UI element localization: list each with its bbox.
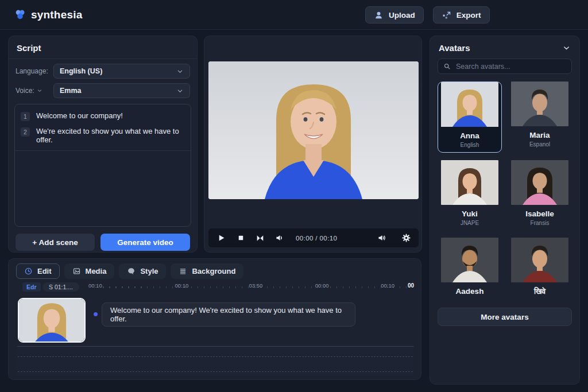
- avatar-photo: [438, 160, 502, 205]
- video-preview[interactable]: [208, 61, 419, 199]
- language-label: Language:: [16, 67, 50, 75]
- style-bubble-icon: [127, 267, 136, 275]
- voice-label: Voice:: [16, 87, 50, 95]
- line-text: We're excited to show you what we have t…: [36, 127, 185, 144]
- avatar-name: Maria: [508, 131, 572, 139]
- more-avatars-button[interactable]: More avatars: [438, 308, 572, 326]
- synthesia-logo-icon: [14, 9, 26, 21]
- stop-button[interactable]: [231, 231, 250, 246]
- tab-style[interactable]: Style: [119, 263, 166, 279]
- export-label: Export: [457, 11, 481, 20]
- avatar-name: Anna: [438, 131, 501, 140]
- export-button[interactable]: Export: [433, 6, 490, 24]
- upload-label: Upload: [389, 11, 415, 20]
- app-title: synthesia: [31, 9, 82, 21]
- timeline-ruler[interactable]: Edr S 01:1.... 00:10 00:10 03:50 00:00 0…: [16, 282, 414, 294]
- clip-marker-dot: [94, 312, 98, 316]
- script-lines: 1 Welcome to our company! 2 We're excite…: [15, 104, 191, 151]
- language-row: Language: English (US): [16, 64, 190, 79]
- script-line[interactable]: 1 Welcome to our company!: [15, 108, 191, 124]
- ruler-mark: 00:10: [381, 282, 394, 289]
- script-editor[interactable]: 1 Welcome to our company! 2 We're excite…: [14, 104, 191, 227]
- avatar-language: Fransis: [508, 220, 572, 226]
- search-icon: [443, 63, 451, 70]
- voice-label-text: Voice:: [16, 87, 34, 95]
- upload-icon: [374, 10, 384, 20]
- script-clip-block[interactable]: Welcome to our company! We're excited to…: [102, 302, 355, 327]
- avatar-search-input[interactable]: [455, 62, 566, 71]
- script-actions: + Add scene Generate video: [16, 234, 190, 251]
- tab-media[interactable]: Media: [64, 263, 115, 279]
- editor-tabs: Edit Media Style Background: [9, 259, 421, 279]
- timeline-panel: Edit Media Style Background Edr S 01:1..…: [8, 258, 421, 380]
- avatar-card-isabelle[interactable]: Isabelle Fransis: [508, 160, 572, 230]
- script-line[interactable]: 2 We're excited to show you what we have…: [15, 124, 191, 147]
- line-number: 1: [21, 112, 30, 121]
- voice-chevron-icon: [37, 88, 42, 94]
- settings-gear-icon[interactable]: [397, 231, 415, 246]
- upload-button[interactable]: Upload: [365, 6, 424, 24]
- avatar-video-frame: [208, 61, 419, 199]
- scene-label: S 01:1....: [42, 282, 79, 292]
- avatar-card-maria[interactable]: Maria Espanol: [508, 81, 572, 153]
- skip-button[interactable]: [251, 231, 269, 246]
- volume-icon[interactable]: [270, 231, 289, 246]
- empty-timeline-track[interactable]: [17, 346, 414, 375]
- script-panel-title: Script: [9, 36, 197, 59]
- add-scene-button[interactable]: + Add scene: [16, 234, 95, 251]
- avatars-title: Avatars: [439, 43, 470, 53]
- language-select[interactable]: English (US): [53, 64, 190, 79]
- line-text: Welcome to our company!: [36, 111, 123, 120]
- chevron-down-icon: [176, 68, 184, 75]
- tab-background[interactable]: Background: [171, 263, 243, 279]
- avatar-card-6[interactable]: खिवे: [508, 238, 572, 300]
- ruler-mark: 00:00: [315, 282, 329, 289]
- ruler-mark: 03:50: [249, 282, 263, 289]
- voice-select[interactable]: Emma: [53, 83, 190, 98]
- avatar-card-yuki[interactable]: Yuki JNAPE: [438, 160, 502, 230]
- ruler-mark: 00:10: [175, 282, 189, 289]
- avatar-name: Aadesh: [438, 287, 502, 296]
- track-dashed-line: [18, 371, 413, 372]
- avatar-search-box: [438, 59, 572, 74]
- volume-high-icon[interactable]: [373, 231, 391, 246]
- avatar-language: JNAPE: [438, 220, 502, 226]
- avatar-card-anna[interactable]: Anna English: [438, 81, 502, 153]
- media-icon: [72, 267, 81, 275]
- avatars-header: Avatars: [430, 36, 579, 56]
- avatars-collapse-chevron-icon[interactable]: [562, 44, 571, 52]
- avatar-grid: Anna English Maria Espanol Yuki JNAPE Is…: [430, 81, 579, 300]
- track-dashed-line: [18, 356, 413, 357]
- export-icon: [442, 10, 451, 20]
- avatar-photo: [508, 238, 572, 282]
- avatars-panel: Avatars Anna English Maria Espanol: [430, 36, 580, 385]
- avatar-language: English: [438, 142, 501, 148]
- tab-label: Edit: [37, 267, 52, 275]
- avatar-photo: [438, 238, 502, 282]
- ruler-mark: 00:10: [88, 282, 102, 289]
- script-panel: Script Language: English (US) Voice: Emm…: [8, 36, 198, 253]
- ruler-edit-chip: Edr: [22, 282, 41, 292]
- scene-clip-thumbnail[interactable]: [18, 298, 86, 343]
- avatar-language: Espanol: [508, 141, 572, 148]
- play-button[interactable]: [212, 231, 230, 246]
- app-logo: synthesia: [14, 9, 82, 21]
- ruler-mark-end: 00: [408, 282, 414, 289]
- chevron-down-icon: [176, 87, 184, 95]
- line-number: 2: [21, 127, 30, 137]
- time-display: 00:00 / 00:10: [296, 235, 337, 242]
- tab-label: Background: [192, 267, 235, 275]
- language-value: English (US): [60, 67, 102, 75]
- generate-video-button[interactable]: Generate video: [100, 234, 190, 251]
- clock-icon: [24, 267, 33, 275]
- tab-label: Media: [86, 267, 107, 275]
- clip-text: Welcome to our company! We're excited to…: [110, 306, 347, 323]
- topbar-actions: Upload Export: [365, 6, 490, 24]
- video-stage-panel: 00:00 / 00:10: [204, 36, 422, 253]
- background-lines-icon: [179, 267, 187, 275]
- tab-label: Style: [140, 267, 158, 275]
- avatar-photo: [508, 81, 572, 126]
- avatar-card-aadesh[interactable]: Aadesh: [438, 238, 502, 300]
- tab-edit[interactable]: Edit: [16, 263, 60, 279]
- avatar-name: Yuki: [438, 209, 502, 218]
